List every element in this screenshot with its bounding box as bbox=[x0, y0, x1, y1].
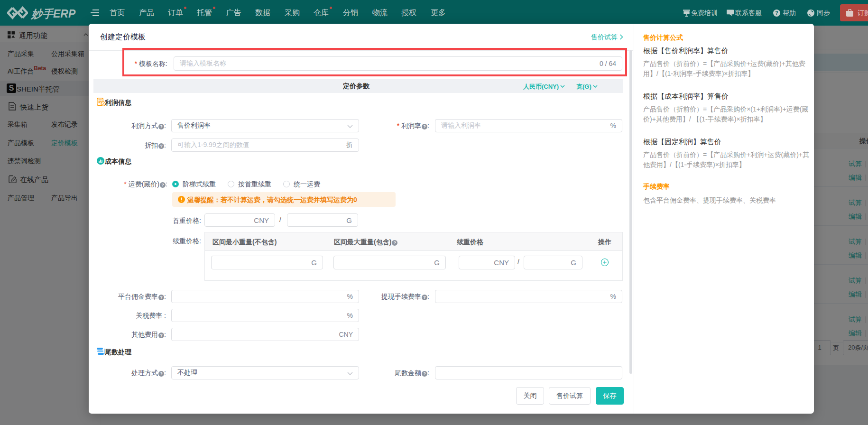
svg-text:?: ? bbox=[775, 10, 778, 16]
